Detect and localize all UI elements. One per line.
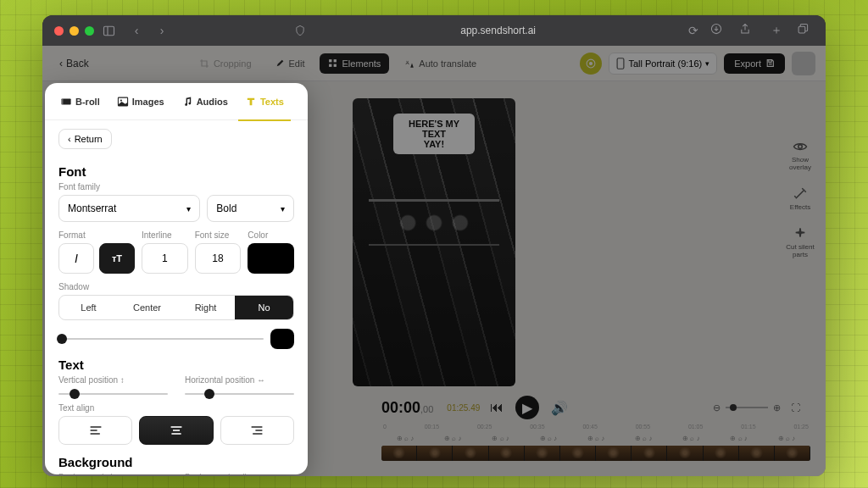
tab-broll-label: B-roll bbox=[75, 97, 100, 107]
close-window-icon[interactable] bbox=[54, 26, 64, 36]
shadow-color-swatch[interactable] bbox=[270, 329, 294, 349]
svg-rect-13 bbox=[61, 98, 63, 104]
chevron-down-icon: ▾ bbox=[186, 204, 191, 214]
shadow-left[interactable]: Left bbox=[59, 296, 118, 319]
interline-input[interactable]: 1 bbox=[142, 243, 188, 274]
tab-audios-label: Audios bbox=[197, 97, 228, 107]
text-icon bbox=[245, 96, 257, 108]
maximize-window-icon[interactable] bbox=[85, 26, 94, 36]
align-center-icon bbox=[170, 425, 183, 435]
vpos-label: Vertical position ↕ bbox=[58, 375, 168, 385]
panel-tabs: B-roll Images Audios Texts bbox=[45, 83, 308, 120]
align-right-icon bbox=[250, 425, 264, 435]
svg-point-15 bbox=[120, 99, 122, 101]
titlebar: ‹ › app.sendshort.ai ⟳ ＋ bbox=[42, 15, 826, 46]
sidebar-toggle-icon[interactable] bbox=[103, 25, 120, 37]
svg-rect-0 bbox=[104, 26, 114, 36]
shadow-label: Shadow bbox=[58, 282, 294, 291]
uppercase-button[interactable]: тT bbox=[99, 243, 135, 274]
address-bar[interactable]: app.sendshort.ai bbox=[320, 25, 676, 36]
refresh-icon[interactable]: ⟳ bbox=[685, 24, 702, 37]
tab-images[interactable]: Images bbox=[110, 91, 171, 113]
font-weight-dropdown[interactable]: Bold ▾ bbox=[207, 195, 294, 222]
italic-button[interactable]: I bbox=[58, 243, 94, 274]
new-tab-icon[interactable]: ＋ bbox=[768, 23, 785, 38]
svg-rect-3 bbox=[798, 26, 805, 33]
interline-label: Interline bbox=[142, 230, 188, 240]
minimize-window-icon[interactable] bbox=[70, 26, 79, 36]
align-center-button[interactable] bbox=[139, 416, 213, 445]
shield-icon[interactable] bbox=[294, 25, 311, 36]
align-left-icon bbox=[89, 425, 103, 435]
image-icon bbox=[117, 96, 129, 108]
browser-window: ‹ › app.sendshort.ai ⟳ ＋ ‹ Back bbox=[42, 15, 826, 476]
chevron-left-icon: ‹ bbox=[68, 134, 71, 144]
shadow-slider[interactable] bbox=[58, 338, 264, 340]
vertical-arrows-icon: ↕ bbox=[120, 375, 125, 385]
share-icon[interactable] bbox=[739, 23, 756, 38]
window-controls bbox=[54, 26, 94, 36]
tab-images-label: Images bbox=[132, 97, 164, 107]
shadow-center[interactable]: Center bbox=[118, 296, 176, 319]
color-label: Color bbox=[248, 230, 294, 240]
shadow-segment: Left Center Right No bbox=[58, 295, 294, 320]
align-label: Text align bbox=[58, 403, 294, 413]
nav-back-icon[interactable]: ‹ bbox=[128, 24, 145, 37]
format-label: Format bbox=[58, 230, 135, 240]
align-segment bbox=[58, 416, 294, 445]
shadow-no[interactable]: No bbox=[235, 296, 293, 319]
font-family-label: Font family bbox=[58, 182, 294, 191]
align-right-button[interactable] bbox=[220, 416, 294, 445]
tab-texts[interactable]: Texts bbox=[238, 91, 291, 113]
tab-texts-label: Texts bbox=[260, 97, 284, 107]
align-left-button[interactable] bbox=[58, 416, 132, 445]
download-icon[interactable] bbox=[710, 23, 727, 38]
vpos-slider[interactable] bbox=[58, 393, 168, 395]
bg-heading: Background bbox=[58, 455, 294, 469]
font-heading: Font bbox=[58, 164, 294, 179]
shadow-right[interactable]: Right bbox=[176, 296, 235, 319]
chevron-down-icon: ▾ bbox=[281, 204, 285, 214]
horizontal-arrows-icon: ↔ bbox=[257, 375, 265, 385]
nav-forward-icon[interactable]: › bbox=[153, 24, 170, 37]
hpos-slider[interactable] bbox=[185, 393, 294, 395]
text-heading: Text bbox=[58, 358, 294, 372]
font-weight-value: Bold bbox=[216, 202, 236, 214]
tabs-icon[interactable] bbox=[797, 23, 814, 38]
hpos-label: Horizontal position ↔ bbox=[185, 375, 294, 385]
app: ‹ Back Cropping Edit Elements Auto trans… bbox=[42, 46, 826, 476]
fontsize-input[interactable]: 18 bbox=[195, 243, 242, 274]
font-family-value: Montserrat bbox=[68, 202, 116, 214]
return-label: Return bbox=[75, 134, 103, 144]
bg-radius-label: Background radius bbox=[185, 473, 294, 474]
fontsize-value: 18 bbox=[212, 252, 223, 264]
elements-panel: B-roll Images Audios Texts ‹ Re bbox=[45, 83, 308, 474]
film-icon bbox=[60, 96, 72, 108]
return-button[interactable]: ‹ Return bbox=[58, 129, 112, 149]
font-family-dropdown[interactable]: Montserrat ▾ bbox=[58, 195, 200, 222]
music-icon bbox=[181, 96, 193, 108]
tab-audios[interactable]: Audios bbox=[175, 91, 235, 113]
interline-value: 1 bbox=[162, 252, 168, 264]
bg-size-label: Background size bbox=[58, 473, 168, 474]
panel-body: ‹ Return Font Font family Montserrat ▾ B… bbox=[45, 120, 308, 474]
color-swatch[interactable] bbox=[248, 243, 294, 274]
fontsize-label: Font size bbox=[195, 230, 242, 240]
tab-broll[interactable]: B-roll bbox=[53, 91, 107, 113]
